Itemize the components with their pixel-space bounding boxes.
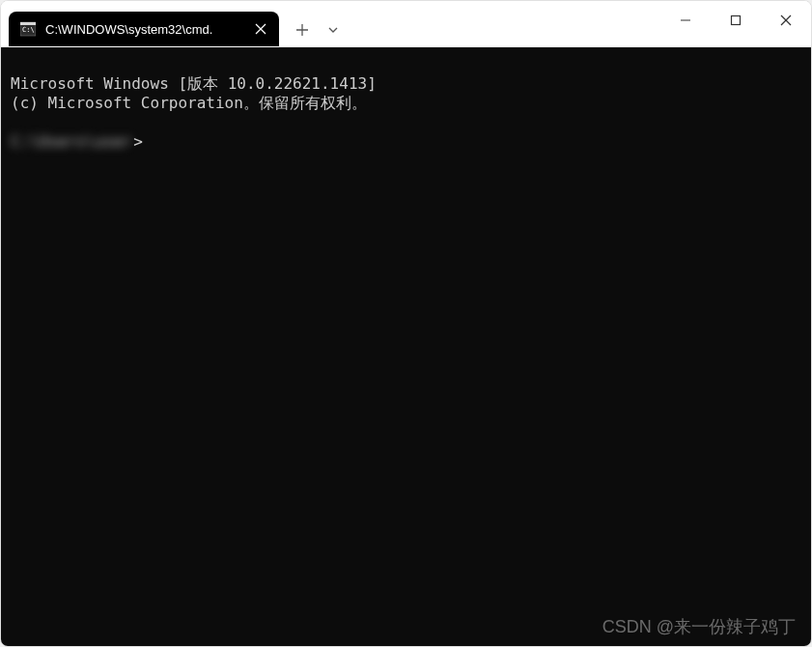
terminal-output[interactable]: Microsoft Windows [版本 10.0.22621.1413] (… [1, 47, 811, 646]
close-window-button[interactable] [761, 1, 811, 40]
tab-dropdown-button[interactable] [318, 14, 349, 45]
minimize-button[interactable] [660, 1, 711, 40]
prompt-line: C:\Users\user> [11, 132, 801, 152]
titlebar: C:\ C:\WINDOWS\system32\cmd. [1, 1, 811, 47]
tab-title: C:\WINDOWS\system32\cmd. [45, 22, 242, 37]
terminal-line: (c) Microsoft Corporation。保留所有权利。 [11, 94, 367, 112]
window-controls [660, 1, 811, 40]
new-tab-button[interactable] [287, 14, 318, 45]
close-tab-button[interactable] [252, 20, 269, 38]
watermark: CSDN @来一份辣子鸡丁 [602, 617, 796, 636]
prompt-path-blurred: C:\Users\user [11, 132, 131, 152]
terminal-line: Microsoft Windows [版本 10.0.22621.1413] [11, 74, 377, 93]
tab-cmd[interactable]: C:\ C:\WINDOWS\system32\cmd. [9, 12, 279, 46]
svg-text:C:\: C:\ [22, 26, 35, 34]
prompt-cursor: > [133, 132, 143, 152]
terminal-window: C:\ C:\WINDOWS\system32\cmd. [0, 0, 812, 647]
cmd-icon: C:\ [20, 21, 36, 37]
svg-rect-1 [20, 22, 36, 25]
tabs-area: C:\ C:\WINDOWS\system32\cmd. [1, 1, 349, 47]
svg-rect-8 [732, 16, 741, 25]
maximize-button[interactable] [711, 1, 761, 40]
